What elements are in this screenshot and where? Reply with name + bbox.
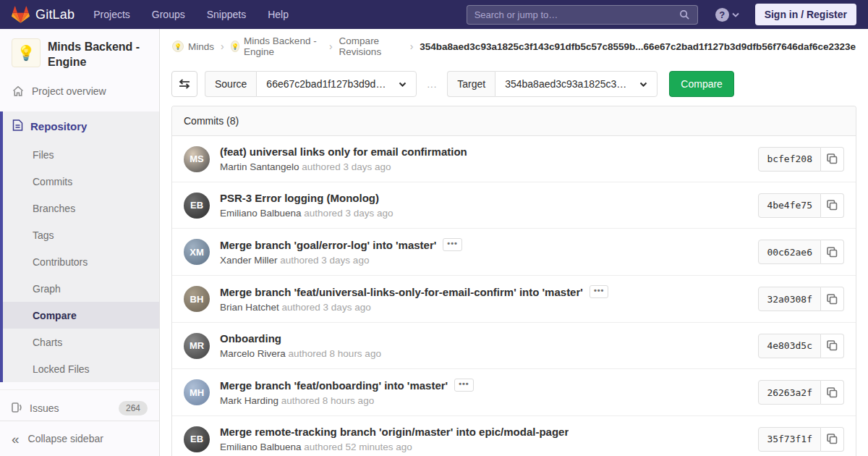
range-dots: ... [427,79,437,90]
target-label: Target [447,71,495,97]
commit-authored-time: authored 3 days ago [280,255,369,266]
global-search[interactable] [467,5,698,25]
target-ref-dropdown[interactable]: 354ba8aed3c93a1825c3… [495,71,658,97]
nav-projects[interactable]: Projects [93,9,130,20]
search-input[interactable] [475,9,679,20]
commit-sha[interactable]: 00c62ae6 [758,240,821,264]
breadcrumb-current-revisions: 354ba8aed3c93a1825c3f143c91dfb5c57c8559b… [420,41,856,52]
sidebar-item-files[interactable]: Files [3,141,159,168]
commit-author-link[interactable]: Martin Santangelo [220,161,299,172]
breadcrumb-label: Compare Revisions [339,35,404,57]
commit-author-link[interactable]: Marcelo Rivera [220,348,286,359]
commit-title-link[interactable]: Merge branch 'goal/error-log' into 'mast… [220,239,436,251]
commit-sha[interactable]: 32a0308f [758,287,821,311]
commit-title-link[interactable]: Onboarding [220,332,281,345]
commit-sha[interactable]: 26263a2f [758,380,821,405]
breadcrumb-project[interactable]: 💡 Minds Backend - Engine [231,35,323,57]
sidebar-item-contributors[interactable]: Contributors [3,248,159,275]
commit-author-link[interactable]: Emiliano Balbuena [220,442,302,452]
author-avatar[interactable]: MR [184,333,210,359]
issues-icon [12,402,22,415]
gitlab-wordmark: GitLab [35,7,75,22]
repository-section: Repository Files Commits Branches Tags C… [0,111,159,382]
sidebar-item-locked-files[interactable]: Locked Files [3,355,159,382]
sidebar-item-commits[interactable]: Commits [3,168,159,195]
sidebar-item-graph[interactable]: Graph [3,275,159,302]
author-avatar[interactable]: BH [184,286,210,312]
commit-author-link[interactable]: Emiliano Balbuena [220,208,302,219]
commit-description-expander[interactable]: ••• [590,285,609,298]
commit-title-link[interactable]: Merge branch 'feat/universal-links-only-… [220,286,583,298]
collapse-sidebar-label: Collapse sidebar [28,433,103,444]
commit-sha[interactable]: bcfef208 [758,147,821,172]
commit-sha[interactable]: 4e803d5c [758,334,821,358]
commit-title-link[interactable]: Merge remote-tracking branch 'origin/mas… [220,426,569,438]
copy-icon [827,294,838,305]
group-avatar: 💡 [172,41,184,52]
commit-sha-widget: 00c62ae6 [758,240,844,264]
gitlab-logo[interactable]: GitLab [12,6,75,24]
commit-authored-time: authored 3 days ago [304,208,393,219]
breadcrumb-separator: › [329,41,333,52]
nav-snippets[interactable]: Snippets [207,9,246,20]
commit-description-expander[interactable]: ••• [454,379,474,392]
copy-commit-sha-button[interactable] [821,147,844,172]
copy-commit-sha-button[interactable] [821,427,844,452]
nav-groups[interactable]: Groups [152,9,185,20]
nav-help[interactable]: Help [268,9,289,20]
commit-author-link[interactable]: Xander Miller [220,255,278,266]
search-icon [679,9,690,20]
author-avatar[interactable]: EB [184,193,210,219]
commit-title-link[interactable]: (feat) universal links only for email co… [220,145,467,158]
commit-row: BH Merge branch 'feat/universal-links-on… [172,276,856,323]
source-ref-value: 66e67c2bad1f127b3d9d… [266,78,386,90]
sidebar-item-project-overview[interactable]: Project overview [0,77,159,106]
copy-commit-sha-button[interactable] [821,193,844,218]
sidebar-item-label: Issues [30,402,59,414]
main-content: 💡 Minds › 💡 Minds Backend - Engine › Com… [160,29,868,456]
commit-sha[interactable]: 4be4fe75 [758,193,821,218]
sidebar-item-label: Project overview [32,85,106,97]
author-avatar[interactable]: EB [184,426,210,452]
author-avatar[interactable]: MS [184,146,210,172]
swap-revisions-button[interactable] [171,71,197,97]
commit-sha[interactable]: 35f73f1f [758,427,821,452]
copy-commit-sha-button[interactable] [821,287,844,311]
sign-in-register-button[interactable]: Sign in / Register [755,4,856,25]
commit-authored-time: authored 52 minutes ago [304,442,412,452]
sidebar-item-tags[interactable]: Tags [3,221,159,248]
commit-meta: Brian Hatchet authored 3 days ago [220,302,748,313]
commit-author-link[interactable]: Mark Harding [220,395,278,406]
sidebar-item-compare[interactable]: Compare [3,302,159,329]
issues-block: Issues 264 [0,389,159,423]
copy-commit-sha-button[interactable] [821,240,844,264]
sidebar-item-issues[interactable]: Issues 264 [0,393,159,423]
copy-commit-sha-button[interactable] [821,380,844,405]
sidebar-item-charts[interactable]: Charts [3,329,159,355]
copy-icon [827,200,838,211]
breadcrumb-compare-revisions[interactable]: Compare Revisions [339,35,404,57]
breadcrumb: 💡 Minds › 💡 Minds Backend - Engine › Com… [160,29,868,64]
collapse-sidebar-button[interactable]: « Collapse sidebar [0,421,159,456]
sidebar-item-branches[interactable]: Branches [3,195,159,221]
commit-description-expander[interactable]: ••• [443,238,462,251]
breadcrumb-separator: › [410,41,414,52]
breadcrumb-group[interactable]: 💡 Minds [172,41,214,52]
commit-meta: Marcelo Rivera authored 8 hours ago [220,348,748,359]
commit-title-link[interactable]: PSR-3 Error logging (Monolog) [220,192,379,204]
commit-sha-widget: 35f73f1f [758,427,844,452]
copy-icon [827,340,838,351]
commit-author-link[interactable]: Brian Hatchet [220,302,279,313]
compare-button[interactable]: Compare [669,71,734,97]
sidebar-item-repository[interactable]: Repository [3,111,159,141]
source-ref-dropdown[interactable]: 66e67c2bad1f127b3d9d… [256,71,417,97]
author-avatar[interactable]: MH [184,379,210,405]
commit-sha-widget: 26263a2f [758,380,844,405]
question-icon: ? [715,8,729,22]
project-header[interactable]: 💡 Minds Backend - Engine [0,29,159,77]
help-menu[interactable]: ? [715,8,739,22]
chevron-down-icon [399,82,407,87]
author-avatar[interactable]: XM [184,239,210,265]
commit-title-link[interactable]: Merge branch 'feat/onboarding' into 'mas… [220,379,448,392]
copy-commit-sha-button[interactable] [821,334,844,358]
